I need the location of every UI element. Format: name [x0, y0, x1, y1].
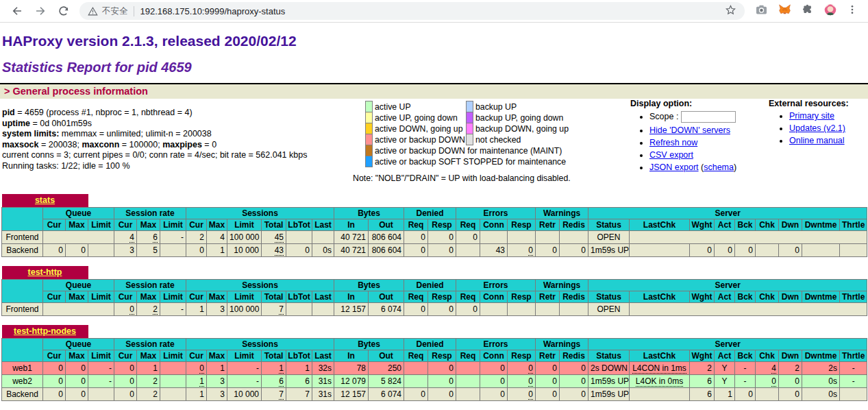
table-cell: 0	[404, 388, 428, 401]
table-cell	[560, 303, 588, 316]
browser-toolbar: 不安全 192.168.175.10:9999/haproxy-status	[0, 0, 868, 23]
proxy-title-row: test-http-nodes	[2, 325, 867, 339]
table-cell: 2	[779, 362, 802, 375]
address-bar[interactable]: 不安全 192.168.175.10:9999/haproxy-status	[79, 2, 745, 20]
legend-item: backup DOWN, going up	[466, 123, 569, 134]
profile-avatar[interactable]	[823, 3, 837, 19]
table-cell: 12 157	[334, 388, 369, 401]
table-cell	[536, 303, 560, 316]
table-cell: 0	[560, 375, 588, 388]
column-header-status: Status	[588, 219, 630, 231]
table-row-test-http-nodes-web1: web100-0101-1132s78250000002s DOWNL4CON …	[2, 362, 867, 375]
column-group-warnings: Warnings	[536, 208, 588, 219]
column-header-total: Total	[262, 350, 286, 362]
page-title: HAProxy version 2.1.3, released 2020/02/…	[2, 33, 868, 49]
table-cell: 10 000	[227, 244, 262, 257]
column-group-denied: Denied	[404, 280, 456, 291]
column-header-limit: Limit	[88, 291, 114, 303]
legend-item: backup UP, going down	[466, 112, 569, 123]
column-header-dwntme: Dwntme	[802, 291, 840, 303]
column-header-out: Out	[369, 350, 404, 362]
link-csv-export[interactable]: CSV export	[649, 150, 693, 160]
table-cell: -	[735, 362, 756, 375]
table-cell: -	[735, 375, 756, 388]
link-hide-down-servers[interactable]: Hide 'DOWN' servers	[649, 125, 730, 135]
reload-icon[interactable]	[55, 3, 72, 19]
link-primary-site[interactable]: Primary site	[789, 111, 834, 121]
table-cell: 40 721	[334, 231, 369, 244]
column-header-retr: Retr	[536, 350, 560, 362]
column-header-max: Max	[66, 219, 88, 231]
table-cell: 2	[186, 231, 207, 244]
process-info-line: Running tasks: 1/22; idle = 100 %	[2, 161, 307, 172]
table-cell: 0s	[802, 375, 840, 388]
column-header-req: Req	[404, 219, 428, 231]
column-header-cur: Cur	[43, 219, 66, 231]
scope-input[interactable]	[681, 111, 736, 123]
column-header-act: Act	[715, 219, 735, 231]
column-header-resp: Resp	[428, 291, 456, 303]
column-header-max: Max	[207, 219, 227, 231]
table-cell: 100 000	[227, 231, 262, 244]
link-schema[interactable]: schema	[704, 162, 734, 172]
column-header-retr: Retr	[536, 219, 560, 231]
column-group-queue: Queue	[43, 339, 114, 350]
column-header-cur: Cur	[114, 219, 137, 231]
metamask-fox-icon[interactable]	[778, 3, 792, 19]
table-cell: 0	[536, 388, 560, 401]
table-cell: 0	[404, 303, 428, 316]
column-header-chk: Chk	[756, 350, 779, 362]
column-header-lastchk: LastChk	[630, 291, 690, 303]
link-json-export[interactable]: JSON export	[649, 162, 699, 172]
security-label[interactable]: 不安全	[102, 5, 128, 17]
list-item: Online manual	[789, 136, 868, 145]
proxy-title-row: test-http	[2, 266, 867, 280]
forward-icon[interactable]	[32, 3, 49, 19]
table-cell: 12 157	[334, 303, 369, 316]
table-cell: 0	[428, 303, 456, 316]
haproxy-version-link[interactable]: HAProxy version 2.1.3, released 2020/02/…	[2, 33, 297, 49]
legend-item: backup UP	[466, 101, 569, 112]
column-group-sessions: Sessions	[186, 280, 334, 291]
table-cell: 1	[207, 362, 227, 375]
column-header-limit: Limit	[227, 350, 262, 362]
table-cell	[560, 231, 588, 244]
column-header-cur: Cur	[43, 350, 66, 362]
statistics-report-link[interactable]: Statistics Report for pid 4659	[2, 60, 192, 75]
back-icon[interactable]	[9, 3, 25, 19]
legend-swatch-backup-up-going-down	[466, 112, 473, 123]
column-header-in: In	[334, 350, 369, 362]
link-refresh-now[interactable]: Refresh now	[649, 138, 697, 147]
link-online-manual[interactable]: Online manual	[789, 136, 845, 145]
column-header-max: Max	[66, 350, 88, 362]
column-header-chk: Chk	[756, 219, 779, 231]
camera-extension-icon[interactable]	[755, 3, 768, 19]
table-cell: 2	[137, 388, 160, 401]
table-cell: 0	[560, 388, 588, 401]
table-cell: 0	[114, 375, 137, 388]
column-header-in: In	[334, 291, 369, 303]
proxy-name-link-test-http-nodes[interactable]: test-http-nodes	[14, 326, 76, 336]
table-cell: -	[840, 362, 867, 375]
bookmark-star-icon[interactable]	[725, 4, 736, 19]
link-updates-v2-1[interactable]: Updates (v2.1)	[789, 123, 845, 133]
table-cell: 0	[428, 244, 456, 257]
column-group-queue: Queue	[43, 280, 114, 291]
list-item: Hide 'DOWN' servers	[649, 125, 766, 135]
proxy-name-link-test-http[interactable]: test-http	[28, 267, 62, 277]
proxy-name-link-stats[interactable]: stats	[35, 195, 55, 205]
extensions-puzzle-icon[interactable]	[802, 3, 814, 19]
column-header-cur: Cur	[186, 219, 207, 231]
process-info-line: system limits: memmax = unlimited; ulimi…	[2, 129, 307, 140]
table-cell: -	[840, 375, 867, 388]
table-cell: 1	[186, 303, 207, 316]
column-group-errors: Errors	[456, 208, 536, 219]
column-header-req: Req	[404, 350, 428, 362]
table-cell: 0	[456, 303, 480, 316]
column-header-lastchk: LastChk	[630, 219, 690, 231]
column-header-last: Last	[312, 291, 334, 303]
menu-dots-icon[interactable]	[847, 3, 858, 19]
column-header-status: Status	[588, 350, 630, 362]
url-text[interactable]: 192.168.175.10:9999/haproxy-status	[140, 6, 726, 16]
table-cell	[456, 362, 480, 375]
